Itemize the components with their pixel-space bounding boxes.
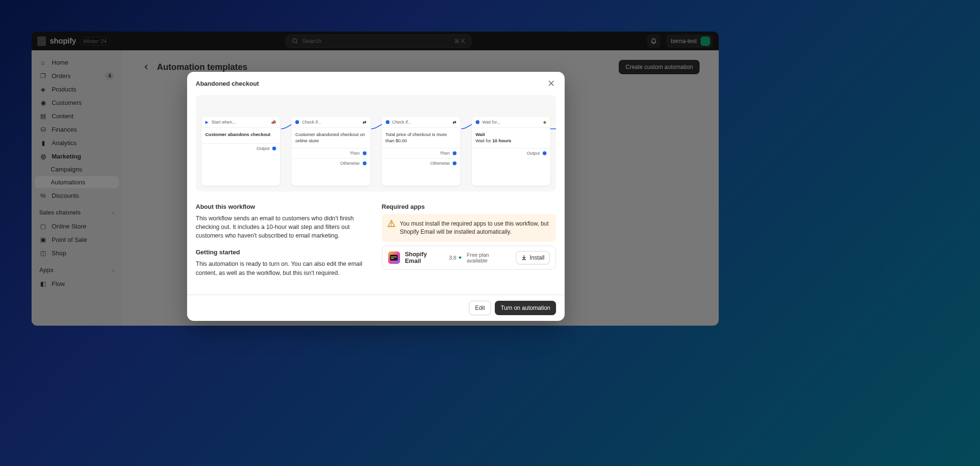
- abandoned-checkout-modal: Abandoned checkout ▶Start when...📣 Custo…: [187, 72, 565, 321]
- workflow-node-wait[interactable]: Wait for...◆ WaitWait for 10 hours Outpu…: [472, 117, 550, 186]
- close-icon: [548, 80, 554, 86]
- workflow-preview[interactable]: ▶Start when...📣 Customer abandons checko…: [196, 95, 556, 192]
- output-port: [453, 161, 457, 165]
- app-plan: Free plan available: [467, 252, 511, 263]
- edit-button[interactable]: Edit: [469, 301, 491, 315]
- output-port: [272, 147, 276, 150]
- shopify-bag-icon: ◆: [543, 120, 546, 125]
- output-port: [363, 151, 367, 155]
- required-app-row: Shopify Email 3.8★ Free plan available I…: [382, 246, 557, 270]
- install-button[interactable]: Install: [516, 251, 550, 264]
- input-port: [476, 120, 479, 124]
- app-name: Shopify Email: [405, 251, 444, 264]
- close-button[interactable]: [546, 79, 556, 88]
- condition-icon: ⇄: [453, 120, 457, 125]
- getting-started-text: This automation is ready to turn on. You…: [196, 260, 370, 277]
- about-text: This workflow sends an email to customer…: [196, 214, 370, 240]
- required-apps-heading: Required apps: [382, 203, 557, 210]
- workflow-node-check-2[interactable]: Check if...⇄ Total price of checkout is …: [382, 117, 460, 186]
- input-port: [386, 120, 390, 124]
- warning-icon: [388, 220, 395, 227]
- shopify-email-icon: [388, 251, 401, 264]
- warning-banner: You must install the required apps to us…: [382, 214, 557, 242]
- output-port: [543, 151, 546, 155]
- output-port: [453, 151, 457, 155]
- app-rating: 3.8★: [449, 255, 462, 261]
- getting-started-heading: Getting started: [196, 249, 370, 256]
- condition-icon: ⇄: [363, 120, 367, 125]
- turn-on-button[interactable]: Turn on automation: [495, 301, 556, 315]
- workflow-node-check-1[interactable]: Check if...⇄ Customer abandoned checkout…: [291, 117, 370, 186]
- about-heading: About this workflow: [196, 203, 370, 210]
- play-icon: ▶: [205, 120, 209, 125]
- output-port: [363, 161, 367, 165]
- megaphone-icon: 📣: [271, 120, 276, 125]
- modal-title: Abandoned checkout: [196, 80, 259, 87]
- input-port: [295, 120, 299, 124]
- star-icon: ★: [458, 255, 462, 260]
- workflow-node-start[interactable]: ▶Start when...📣 Customer abandons checko…: [201, 117, 280, 186]
- download-icon: [521, 255, 527, 261]
